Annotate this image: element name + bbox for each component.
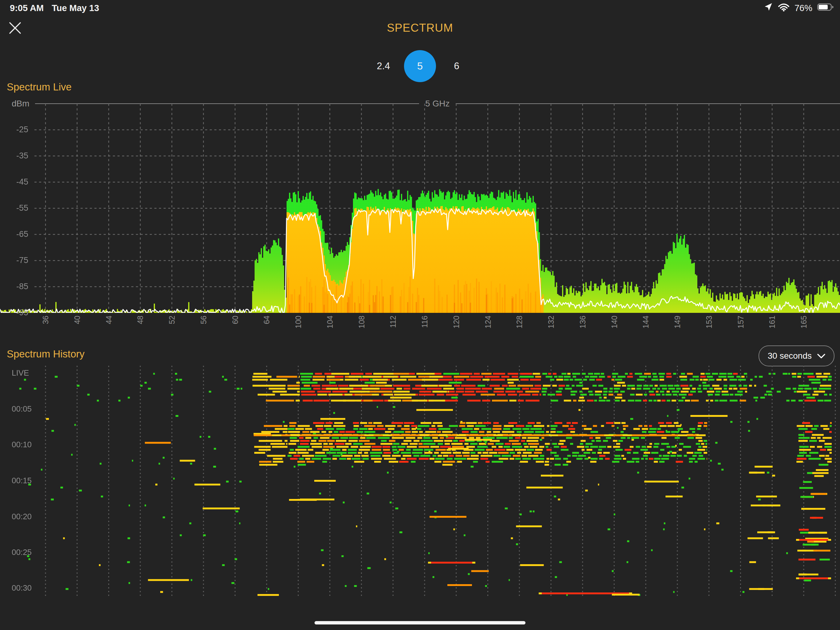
chevron-down-icon — [817, 351, 825, 361]
home-indicator[interactable] — [314, 621, 526, 624]
live-x-tick-100: 100 — [294, 316, 303, 329]
live-x-tick-120: 120 — [452, 316, 461, 329]
history-section-title: Spectrum History — [7, 348, 85, 360]
live-x-tick-161: 161 — [768, 316, 777, 329]
live-y-tick--25: -25 — [9, 125, 28, 135]
battery-percent: 76% — [794, 3, 812, 13]
status-time: 9:05 AM — [10, 3, 44, 13]
duration-value: 30 seconds — [768, 351, 812, 361]
live-x-tick-44: 44 — [104, 316, 114, 324]
live-y-tick--75: -75 — [9, 256, 28, 265]
live-section-title: Spectrum Live — [7, 81, 72, 93]
live-y-tick--45: -45 — [9, 177, 28, 187]
band-option-6[interactable]: 6 — [448, 60, 466, 72]
live-x-tick-48: 48 — [136, 316, 145, 324]
spectrum-app: 9:05 AM Tue May 13 76% — [0, 0, 840, 630]
live-x-tick-116: 116 — [420, 316, 429, 328]
history-row-label-0015: 00:15 — [12, 476, 46, 486]
history-row-label-live: LIVE — [12, 368, 46, 378]
spectrum-live-plot — [0, 104, 840, 313]
live-x-tick-165: 165 — [799, 316, 808, 329]
band-option-5-selected[interactable]: 5 — [404, 50, 436, 82]
live-x-tick-140: 140 — [610, 316, 619, 329]
live-x-tick-40: 40 — [73, 316, 82, 324]
location-icon — [764, 2, 773, 14]
status-bar-left: 9:05 AM Tue May 13 — [10, 3, 99, 13]
live-x-tick-60: 60 — [231, 316, 240, 324]
live-x-tick-149: 149 — [673, 316, 682, 329]
live-x-tick-52: 52 — [167, 316, 177, 324]
live-x-tick-153: 153 — [705, 316, 714, 329]
history-row-label-0025: 00:25 — [12, 548, 46, 557]
status-bar-right: 76% — [764, 2, 834, 14]
page-title: SPECTRUM — [0, 22, 840, 35]
live-x-tick-136: 136 — [578, 316, 587, 329]
live-x-tick-108: 108 — [357, 316, 366, 329]
live-x-tick-36: 36 — [41, 316, 50, 324]
battery-icon — [817, 3, 834, 13]
status-date: Tue May 13 — [52, 3, 99, 13]
live-x-tick-104: 104 — [325, 316, 335, 329]
history-duration-dropdown[interactable]: 30 seconds — [758, 345, 834, 366]
wifi-icon — [778, 3, 789, 14]
history-row-label-0030: 00:30 — [12, 583, 46, 593]
live-y-tick--85: -85 — [9, 282, 28, 291]
history-row-label-0010: 00:10 — [12, 440, 46, 450]
live-x-tick-112: 112 — [388, 316, 398, 328]
live-x-tick-128: 128 — [515, 316, 524, 329]
live-x-tick-56: 56 — [199, 316, 208, 324]
band-selector: 2.4 5 6 — [0, 50, 840, 82]
live-y-tick--55: -55 — [9, 203, 28, 213]
live-x-tick-64: 64 — [262, 316, 271, 324]
live-x-tick-157: 157 — [736, 316, 745, 329]
spectrum-history-plot — [0, 366, 840, 598]
live-x-tick-144: 144 — [641, 316, 650, 329]
live-x-tick-124: 124 — [484, 316, 493, 329]
history-row-label-0005: 00:05 — [12, 404, 46, 414]
band-option-2_4[interactable]: 2.4 — [374, 60, 392, 72]
live-x-tick-132: 132 — [547, 316, 556, 329]
live-y-tick--95: -95 — [9, 308, 28, 317]
history-row-label-0020: 00:20 — [12, 512, 46, 521]
live-y-tick--35: -35 — [9, 151, 28, 161]
live-y-tick--65: -65 — [9, 230, 28, 239]
